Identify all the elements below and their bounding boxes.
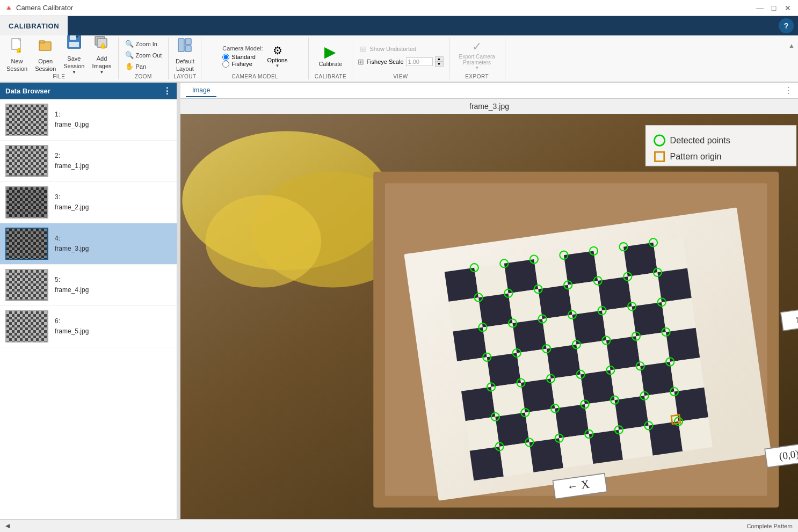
svg-point-19 [206,195,322,288]
zoom-out-icon: 🔍 [125,51,134,59]
svg-rect-73 [529,438,563,472]
scroll-left-icon[interactable]: ◀ [5,522,10,529]
svg-rect-61 [640,362,674,396]
svg-rect-69 [644,392,678,426]
export-camera-button[interactable]: ✓ Export CameraParameters ▼ [453,39,502,71]
svg-rect-31 [449,297,483,331]
fisheye-radio[interactable]: Fisheye [222,61,263,68]
fisheye-scale-input[interactable] [406,57,433,66]
view-section-label: VIEW [393,74,408,79]
list-item[interactable]: 5: frame_4.jpg [0,265,177,306]
camera-model-title: Camera Model: [222,45,263,52]
svg-rect-40 [483,323,517,357]
svg-rect-72 [499,442,533,476]
image-tab[interactable]: Image [186,84,216,97]
file-buttons: + NewSession OpenSession [3,38,115,72]
fisheye-scale-label: Fisheye Scale [366,59,403,65]
zoom-in-button[interactable]: 🔍 Zoom In [122,39,165,49]
svg-rect-71 [470,447,504,480]
open-session-button[interactable]: OpenSession [32,39,59,71]
image-number: 3: [55,192,89,202]
svg-rect-23 [445,268,478,302]
data-browser-menu-icon[interactable]: ⋮ [163,86,171,96]
list-item[interactable]: 4: frame_3.jpg [0,223,177,265]
data-browser-header: Data Browser ⋮ [0,83,177,99]
svg-rect-54 [666,328,700,362]
image-filename: frame_5.jpg [55,326,89,337]
svg-rect-66 [555,404,589,438]
list-item[interactable]: 6: frame_5.jpg [0,306,177,347]
zoom-out-button[interactable]: 🔍 Zoom Out [122,50,165,61]
svg-rect-48 [487,353,521,387]
svg-rect-38 [657,268,691,302]
image-number: 2: [55,151,89,161]
svg-rect-26 [534,255,568,289]
minimize-button[interactable]: — [754,2,766,14]
options-gear-icon: ⚙ [273,44,282,57]
calibrate-label: Calibrate [318,61,342,67]
svg-rect-47 [457,357,491,391]
save-session-button[interactable]: ▼ SaveSession ▼ [60,39,88,71]
svg-rect-46 [662,298,695,332]
svg-rect-58 [551,374,585,408]
options-button[interactable]: ⚙ Options ▼ [267,44,288,68]
svg-rect-50 [547,345,581,378]
image-filename: frame_2.jpg [55,202,89,213]
svg-rect-75 [589,430,623,464]
maximize-button[interactable]: □ [768,2,780,14]
camera-model-section: Camera Model: Standard Fisheye ⚙ Options… [201,38,309,79]
help-button[interactable]: ? [779,18,794,33]
new-session-label: NewSession [6,57,27,73]
calibrate-section-label: CALIBRATE [315,74,346,79]
list-item[interactable]: 3: frame_2.jpg [0,182,177,223]
default-layout-button[interactable]: DefaultLayout [172,39,198,71]
svg-rect-64 [495,413,529,447]
standard-label: Standard [231,54,256,60]
new-session-button[interactable]: + NewSession [3,39,31,71]
save-session-icon: ▼ [67,34,82,53]
svg-rect-65 [525,409,559,442]
image-label: 3: frame_2.jpg [55,192,89,213]
image-panel: Image ⋮ frame_3.jpg [180,83,798,519]
export-label: Export CameraParameters [459,54,495,65]
show-undistorted-button[interactable]: ⊞ Show Undistorted [358,43,443,54]
calibrate-button[interactable]: ▶ Calibrate [312,39,349,71]
svg-rect-14 [185,39,191,45]
svg-rect-35 [568,281,602,315]
spinner-up-button[interactable]: ▲ [435,56,444,62]
svg-rect-29 [623,243,657,276]
svg-rect-4 [39,41,45,43]
svg-rect-62 [670,358,704,391]
pan-icon: ✋ [125,62,134,70]
spinner-down-button[interactable]: ▼ [435,62,444,67]
image-panel-menu-icon[interactable]: ⋮ [784,85,793,96]
ribbon-collapse-icon: ▲ [788,42,795,49]
svg-rect-63 [466,417,499,450]
svg-rect-7 [69,42,79,47]
close-button[interactable]: ✕ [782,2,794,14]
svg-rect-68 [614,396,648,429]
svg-rect-76 [619,426,652,460]
list-item[interactable]: 2: frame_1.jpg [0,141,177,182]
save-session-arrow: ▼ [72,70,76,75]
svg-rect-28 [593,247,627,281]
svg-rect-52 [606,336,640,370]
status-text: Complete Pattern [746,523,793,529]
calibrate-section: ▶ Calibrate CALIBRATE [309,38,352,79]
svg-rect-30 [654,238,687,272]
image-panel-header: Image ⋮ [180,83,798,99]
image-label: 1: frame_0.jpg [55,110,89,130]
svg-rect-74 [559,434,593,468]
title-bar-controls: — □ ✕ [754,2,794,14]
calibration-tab[interactable]: CALIBRATION [0,16,68,35]
pan-button[interactable]: ✋ Pan [122,61,165,72]
list-item[interactable]: 1: frame_0.jpg [0,99,177,141]
zoom-section-label: ZOOM [135,74,152,79]
standard-radio[interactable]: Standard [222,54,263,61]
default-layout-icon [177,38,192,56]
export-section: ✓ Export CameraParameters ▼ EXPORT [449,38,505,79]
add-images-button[interactable]: + AddImages ▼ [89,39,114,71]
svg-rect-41 [512,319,546,353]
fisheye-scale-row: ⊞ Fisheye Scale ▲ ▼ [358,56,443,67]
ribbon-collapse[interactable]: ▲ [785,38,798,79]
